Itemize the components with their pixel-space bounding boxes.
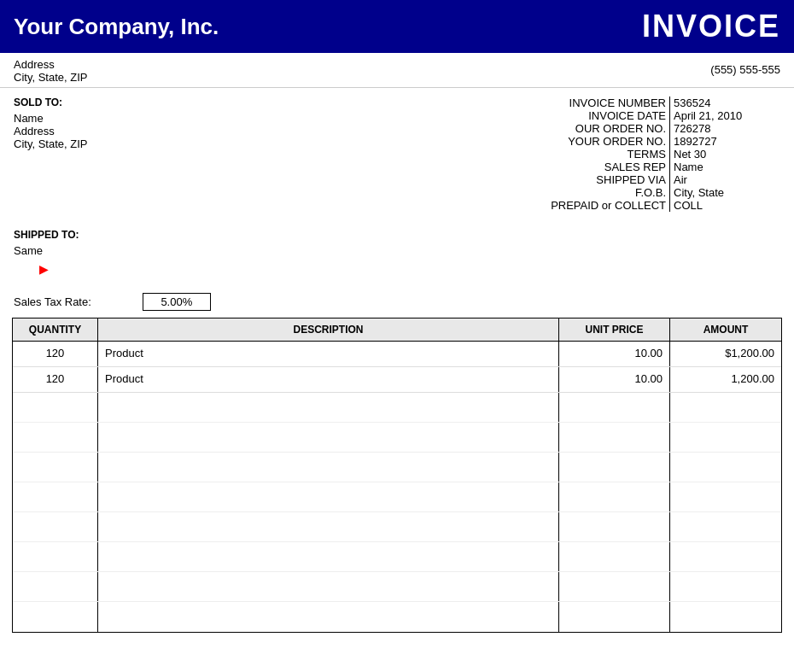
sold-to-name: Name [14, 112, 397, 125]
sold-to-city: City, State, ZIP [14, 137, 397, 150]
header-quantity: QUANTITY [13, 318, 98, 341]
detail-row-our-order: OUR ORDER NO. 726278 [397, 122, 780, 135]
table-row: 120 Product 10.00 1,200.00 [13, 367, 781, 393]
invoice-header: Your Company, Inc. INVOICE [0, 0, 794, 53]
address-bar: Address City, State, ZIP (555) 555-555 [0, 53, 794, 88]
invoice-date-value: April 21, 2010 [669, 109, 780, 122]
address-line1: Address [14, 58, 87, 71]
sales-rep-value: Name [669, 161, 780, 173]
tax-label: Sales Tax Rate: [14, 295, 91, 308]
table-header-row: QUANTITY DESCRIPTION UNIT PRICE AMOUNT [13, 318, 781, 342]
header-unit-price: UNIT PRICE [559, 318, 670, 341]
detail-row-sales-rep: SALES REP Name [397, 161, 780, 173]
sales-rep-label: SALES REP [516, 161, 669, 173]
billing-section: SOLD TO: Name Address City, State, ZIP I… [0, 88, 794, 220]
row1-description: Product [98, 342, 559, 366]
empty-row [13, 423, 781, 453]
fob-value: City, State [669, 186, 780, 199]
header-description: DESCRIPTION [98, 318, 559, 341]
detail-row-invoice-number: INVOICE NUMBER 536524 [397, 96, 780, 109]
header-amount: AMOUNT [670, 318, 781, 341]
empty-row [13, 572, 781, 602]
prepaid-value: COLL [669, 199, 780, 212]
our-order-label: OUR ORDER NO. [516, 122, 669, 135]
fob-label: F.O.B. [516, 186, 669, 199]
terms-label: TERMS [516, 148, 669, 161]
invoice-table: QUANTITY DESCRIPTION UNIT PRICE AMOUNT 1… [12, 318, 782, 633]
your-order-value: 1892727 [669, 135, 780, 148]
red-arrow-area: ▶ [0, 260, 794, 278]
row2-quantity: 120 [13, 367, 98, 392]
address-line2: City, State, ZIP [14, 71, 87, 84]
shipped-to-same: Same [14, 244, 780, 257]
shipped-via-value: Air [669, 173, 780, 186]
shipped-to-label: SHIPPED TO: [14, 229, 780, 241]
sold-to-block: SOLD TO: Name Address City, State, ZIP [14, 96, 397, 212]
shipped-via-label: SHIPPED VIA [516, 173, 669, 186]
row2-amount: 1,200.00 [670, 367, 781, 392]
shipped-to-section: SHIPPED TO: Same [0, 220, 794, 260]
empty-row [13, 602, 781, 632]
sold-to-label: SOLD TO: [14, 96, 397, 108]
red-arrow-icon: ▶ [39, 262, 49, 276]
row1-quantity: 120 [13, 342, 98, 366]
prepaid-label: PREPAID or COLLECT [516, 199, 669, 212]
invoice-date-label: INVOICE DATE [516, 109, 669, 122]
invoice-number-label: INVOICE NUMBER [516, 96, 669, 109]
address-phone: (555) 555-555 [710, 58, 780, 84]
detail-row-terms: TERMS Net 30 [397, 148, 780, 161]
address-left: Address City, State, ZIP [14, 58, 87, 84]
empty-row [13, 542, 781, 572]
invoice-details-block: INVOICE NUMBER 536524 INVOICE DATE April… [397, 96, 780, 212]
row1-unit-price: 10.00 [559, 342, 670, 366]
empty-row [13, 512, 781, 542]
tax-input[interactable] [143, 293, 211, 311]
detail-row-fob: F.O.B. City, State [397, 186, 780, 199]
terms-value: Net 30 [669, 148, 780, 161]
row2-description: Product [98, 367, 559, 392]
your-order-label: YOUR ORDER NO. [516, 135, 669, 148]
table-row: 120 Product 10.00 $1,200.00 [13, 342, 781, 367]
detail-row-invoice-date: INVOICE DATE April 21, 2010 [397, 109, 780, 122]
empty-row [13, 393, 781, 423]
detail-row-shipped-via: SHIPPED VIA Air [397, 173, 780, 186]
company-name: Your Company, Inc. [14, 14, 219, 40]
invoice-title: INVOICE [642, 9, 780, 44]
row1-amount: $1,200.00 [670, 342, 781, 366]
our-order-value: 726278 [669, 122, 780, 135]
empty-row [13, 482, 781, 512]
empty-row [13, 453, 781, 482]
invoice-number-value: 536524 [669, 96, 780, 109]
detail-row-prepaid: PREPAID or COLLECT COLL [397, 199, 780, 212]
detail-row-your-order: YOUR ORDER NO. 1892727 [397, 135, 780, 148]
sold-to-address: Address [14, 125, 397, 137]
tax-section: Sales Tax Rate: [0, 286, 794, 318]
row2-unit-price: 10.00 [559, 367, 670, 392]
